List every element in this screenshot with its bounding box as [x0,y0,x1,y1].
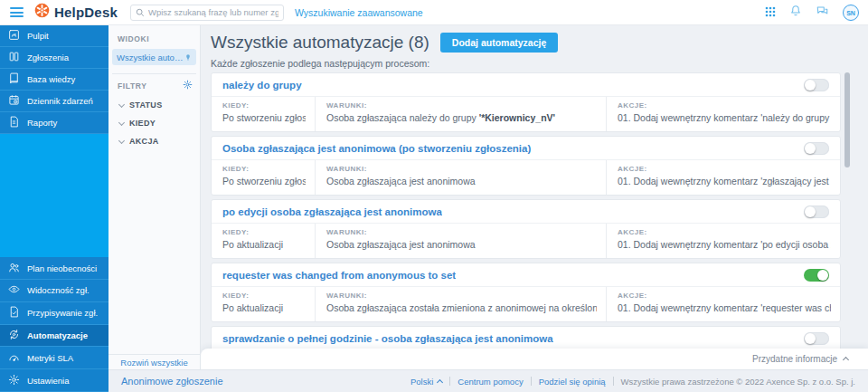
automation-count: (8) [409,33,429,52]
search-input[interactable] [148,7,278,17]
pin-icon[interactable] [184,49,192,65]
filter-akcja[interactable]: AKCJA [108,132,200,150]
sidebar-item-label: Zgłoszenia [27,53,69,62]
helpdesk-logo-icon [34,3,50,22]
akcje-column: AKCJE: 01. Dodaj wewnętrzny komentarz 'n… [606,97,840,131]
avatar[interactable]: SN [843,5,859,21]
view-item-wszystkie-automatyzacje[interactable]: Wszystkie automaty... [112,49,196,65]
sidebar-item-widocznosc[interactable]: Widoczność zgł. [0,280,108,302]
automation-card: Osoba zgłaszająca jest anonimowa (po stw… [211,136,841,196]
bell-icon[interactable] [789,5,802,21]
sidebar-item-pulpit[interactable]: Pulpit [0,25,108,47]
sidebar-item-label: Automatyzacje [27,330,88,340]
automation-title[interactable]: Osoba zgłaszająca jest anonimowa (po stw… [222,143,531,154]
sidebar-item-raporty[interactable]: Raporty [0,112,108,134]
sidebar-item-przypisywanie[interactable]: Przypisywanie zgł. [0,302,108,325]
filters-header-row: FILTRY [108,74,200,96]
automation-title[interactable]: requester was changed from anonymous to … [222,270,456,281]
add-automation-button[interactable]: Dodaj automatyzację [440,33,558,53]
brand-logo[interactable]: HelpDesk [34,3,118,22]
sidebar-item-label: Plan nieobecności [27,263,97,273]
automation-list: należy do grupy KIEDY: Po stworzeniu zgł… [211,72,841,349]
sidebar-item-metryki-sla[interactable]: Metryki SLA [0,347,108,369]
filter-status[interactable]: STATUS [108,96,200,114]
warunki-column: WARUNKI: Osoba zgłaszająca jest anonimow… [315,224,606,258]
brand-name: HelpDesk [54,5,118,20]
useful-info-label: Przydatne informacje [752,354,837,364]
views-filters-panel: WIDOKI Wszystkie automaty... FILTRY STAT… [108,25,201,369]
enable-toggle[interactable] [804,332,829,345]
automation-title[interactable]: należy do grupy [222,80,302,91]
akcje-column: AKCJE: 01. Dodaj wewnętrzny komentarz 'p… [606,224,840,258]
menu-icon[interactable] [10,7,24,17]
akcje-value: 01. Dodaj wewnętrzny komentarz 'po edycj… [618,239,831,250]
help-center-link[interactable]: Centrum pomocy [458,377,523,387]
automation-card: requester was changed from anonymous to … [211,263,841,322]
sidebar-item-label: Dziennik zdarzeń [27,96,93,106]
enable-toggle[interactable] [804,79,829,91]
card-columns: KIEDY: Po aktualizacji WARUNKI: Osoba zg… [212,287,840,321]
warunki-column: WARUNKI: Osoba zgłaszająca została zmien… [315,287,606,321]
apps-grid-icon[interactable] [765,5,776,21]
automation-card: sprawdzanie o pełnej godzinie - osoba zg… [211,326,841,349]
sidebar-item-zgloszenia[interactable]: Zgłoszenia [0,47,108,69]
chevron-up-icon [843,357,849,363]
kiedy-value: Po stworzeniu zgłoszenia [222,112,306,123]
warunki-column: WARUNKI: Osoba zgłaszająca jest anonimow… [315,160,606,195]
enable-toggle[interactable] [804,269,829,282]
chevron-down-icon [118,137,125,143]
sidebar-item-ustawienia[interactable]: Ustawienia [0,369,108,392]
card-title-row: należy do grupy [212,73,840,97]
feedback-link[interactable]: Podziel się opinią [539,377,606,387]
warunki-value: Osoba zgłaszająca jest anonimowa [326,176,597,186]
sidebar: Pulpit Zgłoszenia Baza wiedzy Dziennik z… [0,25,108,392]
warunki-value: Osoba zgłaszająca należy do grupy '*Kier… [326,112,597,123]
view-item-label: Wszystkie automaty... [117,53,184,62]
topbar-icons: SN [765,0,859,25]
footer-links: Polski Centrum pomocy Podziel się opinią… [410,377,855,387]
akcje-column: AKCJE: 01. Dodaj wewnętrzny komentarz 'r… [606,287,840,321]
advanced-search-link[interactable]: Wyszukiwanie zaawansowane [295,7,423,18]
warunki-value: Osoba zgłaszająca została zmieniona z an… [326,302,597,313]
vertical-scrollbar[interactable] [844,72,850,167]
filter-settings-gear-icon[interactable] [183,77,193,93]
akcje-column: AKCJE: 01. Dodaj wewnętrzny komentarz 'z… [606,160,840,195]
copyright-text: Wszystkie prawa zastrzeżone © 2022 Axenc… [621,377,855,387]
card-columns: KIEDY: Po stworzeniu zgłoszenia WARUNKI:… [212,97,840,131]
automation-title[interactable]: po edycji osoba zgłaszająca jest anonimo… [222,206,442,217]
visibility-icon [8,283,20,297]
anonymous-ticket-link[interactable]: Anonimowe zgłoszenie [121,376,223,387]
sidebar-item-label: Pulpit [27,31,49,41]
card-title-row: Osoba zgłaszająca jest anonimowa (po stw… [212,137,840,160]
main-content: Wszystkie automatyzacje (8) Dodaj automa… [201,25,868,369]
expand-all-link[interactable]: Rozwiń wszystkie [108,354,200,369]
sidebar-item-label: Widoczność zgł. [27,285,90,295]
chevron-down-icon [118,100,125,107]
footer: Anonimowe zgłoszenie Polski Centrum pomo… [108,369,868,392]
views-header: WIDOKI [108,25,200,49]
sidebar-item-label: Baza wiedzy [27,74,75,84]
language-selector[interactable]: Polski [410,377,442,387]
sidebar-item-plan-nieobecnosci[interactable]: Plan nieobecności [0,257,108,280]
automation-title[interactable]: sprawdzanie o pełnej godzinie - osoba zg… [222,333,553,344]
tickets-icon [8,51,20,64]
filter-kiedy[interactable]: KIEDY [108,114,200,132]
topbar: HelpDesk Wyszukiwanie zaawansowane SN [0,0,868,25]
kiedy-value: Po stworzeniu zgłoszenia [222,176,306,186]
search-box[interactable] [130,5,284,21]
akcje-value: 01. Dodaj wewnętrzny komentarz 'zgłaszaj… [618,176,831,186]
page-subtitle: Każde zgłoszenie podlega następującym pr… [211,58,429,69]
chat-icon[interactable] [816,5,829,21]
dashboard-icon [8,29,20,43]
enable-toggle[interactable] [804,142,829,155]
kiedy-column: KIEDY: Po stworzeniu zgłoszenia [212,160,315,195]
sidebar-item-dziennik-zdarzen[interactable]: Dziennik zdarzeń [0,91,108,112]
kiedy-column: KIEDY: Po aktualizacji [212,224,315,258]
kiedy-value: Po aktualizacji [222,239,306,250]
settings-icon [8,374,20,387]
sidebar-item-automatyzacje[interactable]: Automatyzacje [0,325,108,348]
sidebar-item-label: Przypisywanie zgł. [27,308,98,318]
enable-toggle[interactable] [804,206,829,218]
useful-info-bar[interactable]: Przydatne informacje [201,349,868,369]
sidebar-item-baza-wiedzy[interactable]: Baza wiedzy [0,69,108,91]
